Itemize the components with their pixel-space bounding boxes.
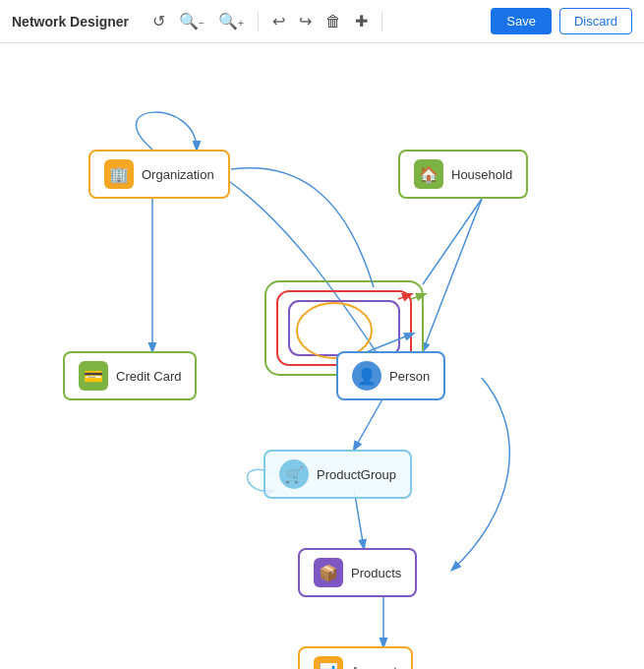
person-node[interactable]: 👤 Person	[336, 351, 445, 400]
save-button[interactable]: Save	[491, 8, 552, 34]
undo-button[interactable]: ↩	[268, 10, 289, 32]
organization-icon: 🏢	[104, 159, 134, 189]
add-button[interactable]: ✚	[351, 10, 372, 32]
products-icon: 📦	[314, 558, 343, 587]
productgroup-label: ProductGroup	[317, 467, 396, 482]
products-node[interactable]: 📦 Products	[298, 548, 417, 597]
header-actions: Save Discard	[491, 8, 632, 34]
creditcard-icon: 💳	[79, 361, 108, 391]
household-node[interactable]: 🏠 Household	[398, 150, 528, 199]
zoom-out-button[interactable]: 🔍−	[175, 10, 208, 32]
productgroup-node[interactable]: 🛒 ProductGroup	[263, 450, 412, 499]
account-icon: 📊	[314, 656, 343, 669]
refresh-button[interactable]: ↺	[148, 10, 169, 32]
svg-point-3	[297, 303, 372, 358]
person-label: Person	[389, 369, 430, 384]
productgroup-icon: 🛒	[279, 459, 309, 489]
header: Network Designer ↺ 🔍− 🔍+ ↩ ↪ 🗑 ✚ Save Di…	[0, 0, 644, 43]
divider2	[381, 12, 382, 31]
person-icon: 👤	[352, 361, 381, 391]
account-node[interactable]: 📊 Account	[298, 646, 413, 669]
household-label: Household	[451, 167, 512, 182]
creditcard-label: Credit Card	[116, 369, 181, 384]
account-label: Account	[351, 664, 397, 670]
canvas: 🏢 Organization 🏠 Household 💳 Credit Card…	[0, 43, 644, 669]
delete-button[interactable]: 🗑	[322, 11, 345, 32]
toolbar: ↺ 🔍− 🔍+ ↩ ↪ 🗑 ✚	[148, 10, 386, 32]
svg-rect-2	[289, 301, 399, 355]
organization-node[interactable]: 🏢 Organization	[88, 150, 230, 199]
organization-label: Organization	[142, 167, 214, 182]
discard-button[interactable]: Discard	[559, 8, 632, 34]
products-label: Products	[351, 566, 401, 580]
zoom-in-button[interactable]: 🔍+	[214, 10, 248, 32]
redo-button[interactable]: ↪	[295, 10, 316, 32]
household-icon: 🏠	[414, 159, 443, 189]
app-title: Network Designer	[12, 14, 129, 30]
creditcard-node[interactable]: 💳 Credit Card	[63, 351, 197, 400]
divider1	[258, 12, 259, 31]
